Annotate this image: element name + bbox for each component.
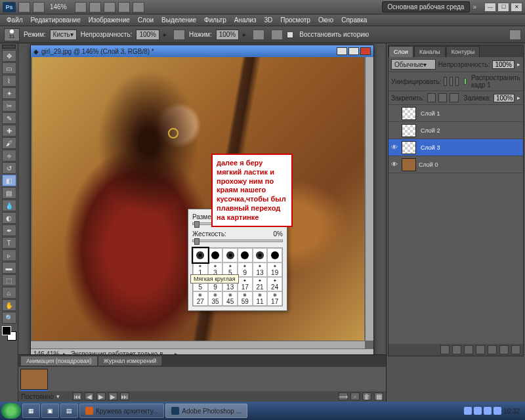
horizontal-scrollbar[interactable]	[31, 341, 365, 348]
brush-preset-item[interactable]: ⁕19	[267, 262, 282, 277]
fill-input[interactable]: 100%	[494, 94, 514, 102]
hardness-slider[interactable]	[192, 240, 283, 242]
brush-preset-item[interactable]: ⁕9	[238, 262, 253, 277]
menu-select[interactable]: Выделение	[158, 16, 200, 24]
lasso-tool[interactable]: ⌇	[2, 75, 16, 87]
brush-preset-item[interactable]	[238, 248, 253, 262]
layer-fx-icon[interactable]	[452, 345, 461, 354]
first-frame-button[interactable]: ⏮	[73, 392, 82, 400]
marquee-tool[interactable]: ▭	[2, 62, 16, 74]
minimize-button[interactable]: —	[484, 3, 496, 12]
hand-tool[interactable]: ✋	[2, 299, 16, 311]
tray-icon[interactable]	[464, 407, 472, 415]
3d-camera-tool[interactable]: ⌂	[2, 287, 16, 299]
view-icon[interactable]	[33, 2, 45, 12]
crop-tool[interactable]: ✂	[2, 100, 16, 112]
layer-mask-icon[interactable]	[464, 345, 473, 354]
tray-icon[interactable]	[484, 407, 492, 415]
maximize-button[interactable]: ☐	[497, 3, 509, 12]
color-swatches[interactable]	[2, 326, 16, 341]
menu-help[interactable]: Справка	[337, 16, 371, 24]
brush-tool[interactable]: 🖌	[2, 137, 16, 149]
unify-visibility-icon[interactable]	[450, 77, 453, 86]
pen-tool[interactable]: ✒	[2, 224, 16, 236]
airbrush-icon[interactable]	[253, 30, 264, 40]
tray-icon[interactable]	[474, 407, 482, 415]
tray-icon[interactable]	[494, 407, 501, 415]
history-brush-tool[interactable]: ↺	[2, 162, 16, 174]
menu-window[interactable]: Окно	[314, 16, 337, 24]
gradient-tool[interactable]: ▤	[2, 187, 16, 199]
brush-preset-item[interactable]	[193, 248, 208, 262]
quicklaunch-icon[interactable]: ▤	[60, 404, 78, 418]
new-frame-button[interactable]: ▫	[350, 392, 360, 400]
visibility-toggle[interactable]	[390, 109, 399, 118]
vertical-scrollbar[interactable]	[365, 57, 373, 341]
brush-preset-item[interactable]	[267, 248, 282, 262]
lock-position-icon[interactable]	[438, 93, 447, 102]
brush-preset-item[interactable]	[222, 248, 238, 262]
layer-row[interactable]: 👁 Слой 3	[388, 139, 523, 156]
shape-tool[interactable]: ▬	[2, 262, 16, 274]
next-frame-button[interactable]: ▶	[108, 392, 117, 400]
layer-thumbnail[interactable]	[402, 141, 416, 154]
tween-button[interactable]: ⟿	[339, 392, 348, 400]
brush-preset-item[interactable]: ✦17	[238, 277, 253, 291]
brush-preset-item[interactable]: ❋59	[238, 291, 253, 306]
layer-thumbnail[interactable]	[402, 124, 416, 137]
layer-thumbnail[interactable]	[402, 107, 416, 120]
layer-thumbnail[interactable]	[402, 158, 416, 171]
system-tray[interactable]: 10:32	[460, 407, 524, 415]
3d-tool[interactable]: ⬚	[2, 274, 16, 286]
close-button[interactable]: ✕	[511, 3, 522, 12]
toolbox-grip[interactable]	[2, 45, 16, 49]
delete-layer-icon[interactable]	[511, 345, 520, 354]
layer-group-icon[interactable]	[488, 345, 497, 354]
brush-preset-item[interactable]: ✦21	[253, 277, 268, 291]
menu-image[interactable]: Изображение	[85, 16, 134, 24]
doc-maximize-button[interactable]	[348, 47, 359, 55]
screen-icon[interactable]	[133, 2, 144, 12]
layer-row[interactable]: 👁 Слой 0	[388, 156, 523, 173]
last-frame-button[interactable]: ⏭	[120, 392, 129, 400]
taskbar-item[interactable]: Adobe Photoshop ...	[165, 404, 247, 418]
tab-animation[interactable]: Анимация (покадровая)	[21, 356, 97, 366]
restore-checkbox[interactable]	[287, 32, 293, 38]
layer-name[interactable]: Слой 0	[419, 161, 438, 168]
layer-name[interactable]: Слой 1	[421, 110, 440, 117]
tablet-opacity-icon[interactable]	[173, 30, 185, 40]
tab-layers[interactable]: Слои	[388, 46, 413, 57]
loop-select[interactable]: Постоянно	[21, 393, 54, 400]
tab-measurement[interactable]: Журнал измерений	[98, 356, 162, 366]
link-layers-icon[interactable]	[440, 345, 450, 354]
start-button[interactable]	[1, 403, 21, 419]
eyedropper-tool[interactable]: ✎	[2, 112, 16, 124]
doc-minimize-button[interactable]	[337, 47, 347, 55]
mode-select[interactable]: Кисть ▾	[50, 30, 77, 40]
quicklaunch-icon[interactable]: ▣	[41, 404, 59, 418]
quicklaunch-icon[interactable]: ▦	[22, 404, 40, 418]
new-layer-icon[interactable]	[499, 345, 509, 354]
brush-preset-item[interactable]	[208, 248, 223, 262]
workspace-switcher[interactable]: Основная рабочая среда	[382, 1, 471, 12]
eraser-tool[interactable]: ◧	[2, 175, 16, 186]
menu-view[interactable]: Просмотр	[276, 16, 314, 24]
bridge-icon[interactable]	[18, 2, 30, 12]
flow-input[interactable]: 100%	[216, 30, 240, 40]
unify-position-icon[interactable]	[444, 77, 447, 86]
play-button[interactable]: ▶	[96, 392, 106, 400]
adjustment-layer-icon[interactable]	[476, 345, 485, 354]
opacity-input[interactable]: 100%	[136, 30, 159, 40]
layer-row[interactable]: Слой 2	[388, 122, 523, 139]
menu-edit[interactable]: Редактирование	[27, 16, 85, 24]
lock-pixels-icon[interactable]	[427, 93, 436, 102]
brush-preset-item[interactable]: ✦24	[267, 277, 282, 291]
path-tool[interactable]: ▹	[2, 249, 16, 261]
hand-icon[interactable]	[75, 2, 87, 12]
blend-mode-select[interactable]: Обычные ▾	[391, 59, 436, 70]
visibility-toggle[interactable]: 👁	[390, 160, 399, 169]
heal-tool[interactable]: ✚	[2, 125, 16, 136]
stamp-tool[interactable]: ⎆	[2, 150, 16, 161]
brush-preset-item[interactable]: ❋45	[222, 291, 238, 306]
brush-preset[interactable]: 31	[4, 28, 20, 41]
